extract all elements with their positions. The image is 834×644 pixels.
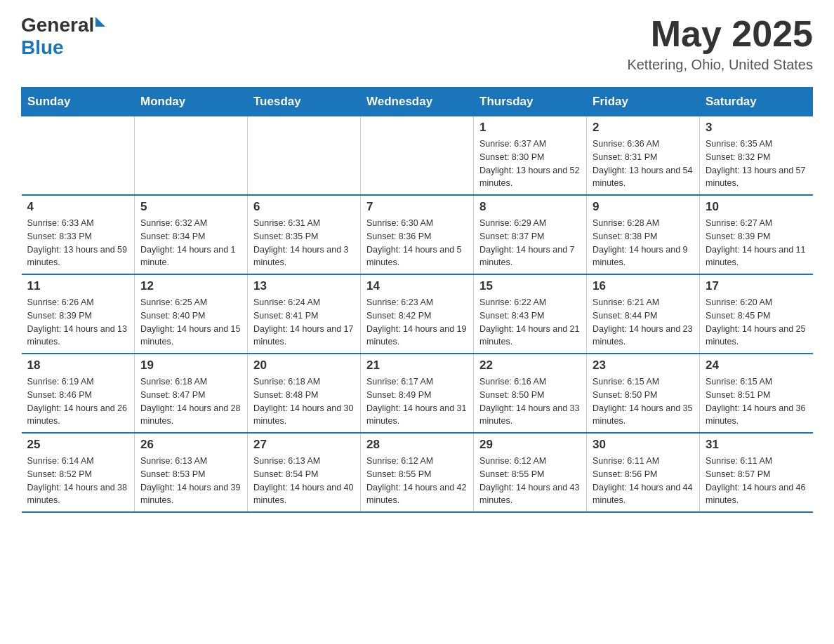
calendar-cell: 21Sunrise: 6:17 AM Sunset: 8:49 PM Dayli…	[361, 354, 474, 433]
day-number: 15	[479, 279, 581, 293]
calendar-cell	[248, 116, 361, 196]
day-info: Sunrise: 6:18 AM Sunset: 8:47 PM Dayligh…	[140, 375, 241, 428]
day-number: 29	[479, 438, 581, 452]
calendar-header-tuesday: Tuesday	[248, 88, 361, 116]
day-info: Sunrise: 6:16 AM Sunset: 8:50 PM Dayligh…	[479, 375, 581, 428]
day-info: Sunrise: 6:27 AM Sunset: 8:39 PM Dayligh…	[706, 217, 807, 269]
day-info: Sunrise: 6:24 AM Sunset: 8:41 PM Dayligh…	[253, 296, 355, 349]
calendar-cell: 23Sunrise: 6:15 AM Sunset: 8:50 PM Dayli…	[587, 354, 700, 433]
calendar-week-row: 11Sunrise: 6:26 AM Sunset: 8:39 PM Dayli…	[22, 274, 813, 354]
logo-blue-text: Blue	[21, 36, 105, 59]
day-info: Sunrise: 6:15 AM Sunset: 8:50 PM Dayligh…	[593, 375, 694, 428]
day-number: 6	[253, 200, 355, 214]
calendar-cell	[22, 116, 135, 196]
calendar-header-sunday: Sunday	[22, 88, 135, 116]
month-title: May 2025	[627, 14, 813, 54]
day-number: 30	[593, 438, 694, 452]
day-number: 31	[706, 438, 807, 452]
day-number: 10	[706, 200, 807, 214]
calendar-header-thursday: Thursday	[474, 88, 587, 116]
calendar-cell: 9Sunrise: 6:28 AM Sunset: 8:38 PM Daylig…	[587, 195, 700, 274]
calendar-cell: 19Sunrise: 6:18 AM Sunset: 8:47 PM Dayli…	[135, 354, 248, 433]
day-number: 3	[706, 121, 807, 135]
page-header: General Blue May 2025 Kettering, Ohio, U…	[21, 14, 813, 73]
calendar-week-row: 25Sunrise: 6:14 AM Sunset: 8:52 PM Dayli…	[22, 433, 813, 512]
day-number: 14	[366, 279, 468, 293]
day-info: Sunrise: 6:30 AM Sunset: 8:36 PM Dayligh…	[366, 217, 468, 269]
day-number: 27	[253, 438, 355, 452]
calendar-cell: 26Sunrise: 6:13 AM Sunset: 8:53 PM Dayli…	[135, 433, 248, 512]
day-number: 8	[479, 200, 581, 214]
day-info: Sunrise: 6:12 AM Sunset: 8:55 PM Dayligh…	[479, 455, 581, 507]
day-number: 24	[706, 358, 807, 373]
logo-arrow-icon	[95, 17, 105, 27]
calendar-table: SundayMondayTuesdayWednesdayThursdayFrid…	[21, 87, 813, 513]
day-info: Sunrise: 6:14 AM Sunset: 8:52 PM Dayligh…	[27, 455, 129, 507]
day-info: Sunrise: 6:25 AM Sunset: 8:40 PM Dayligh…	[140, 296, 241, 349]
calendar-cell: 1Sunrise: 6:37 AM Sunset: 8:30 PM Daylig…	[474, 116, 587, 196]
calendar-header-wednesday: Wednesday	[361, 88, 474, 116]
day-info: Sunrise: 6:22 AM Sunset: 8:43 PM Dayligh…	[479, 296, 581, 349]
calendar-cell	[361, 116, 474, 196]
calendar-cell: 2Sunrise: 6:36 AM Sunset: 8:31 PM Daylig…	[587, 116, 700, 196]
day-number: 23	[593, 358, 694, 373]
calendar-cell: 10Sunrise: 6:27 AM Sunset: 8:39 PM Dayli…	[700, 195, 813, 274]
day-number: 16	[593, 279, 694, 293]
logo-general-text: General	[21, 14, 94, 36]
day-info: Sunrise: 6:28 AM Sunset: 8:38 PM Dayligh…	[593, 217, 694, 269]
day-info: Sunrise: 6:36 AM Sunset: 8:31 PM Dayligh…	[593, 137, 694, 190]
calendar-week-row: 4Sunrise: 6:33 AM Sunset: 8:33 PM Daylig…	[22, 195, 813, 274]
day-number: 28	[366, 438, 468, 452]
calendar-cell: 18Sunrise: 6:19 AM Sunset: 8:46 PM Dayli…	[22, 354, 135, 433]
day-info: Sunrise: 6:11 AM Sunset: 8:56 PM Dayligh…	[593, 455, 694, 507]
day-info: Sunrise: 6:13 AM Sunset: 8:54 PM Dayligh…	[253, 455, 355, 507]
location-title: Kettering, Ohio, United States	[627, 57, 813, 73]
day-number: 25	[27, 438, 129, 452]
calendar-week-row: 1Sunrise: 6:37 AM Sunset: 8:30 PM Daylig…	[22, 116, 813, 196]
day-info: Sunrise: 6:35 AM Sunset: 8:32 PM Dayligh…	[706, 137, 807, 190]
calendar-header-row: SundayMondayTuesdayWednesdayThursdayFrid…	[22, 88, 813, 116]
calendar-cell: 11Sunrise: 6:26 AM Sunset: 8:39 PM Dayli…	[22, 274, 135, 354]
calendar-cell: 25Sunrise: 6:14 AM Sunset: 8:52 PM Dayli…	[22, 433, 135, 512]
day-number: 18	[27, 358, 129, 373]
day-info: Sunrise: 6:20 AM Sunset: 8:45 PM Dayligh…	[706, 296, 807, 349]
calendar-cell: 6Sunrise: 6:31 AM Sunset: 8:35 PM Daylig…	[248, 195, 361, 274]
day-info: Sunrise: 6:11 AM Sunset: 8:57 PM Dayligh…	[706, 455, 807, 507]
calendar-cell: 4Sunrise: 6:33 AM Sunset: 8:33 PM Daylig…	[22, 195, 135, 274]
day-number: 22	[479, 358, 581, 373]
calendar-cell: 30Sunrise: 6:11 AM Sunset: 8:56 PM Dayli…	[587, 433, 700, 512]
calendar-cell: 7Sunrise: 6:30 AM Sunset: 8:36 PM Daylig…	[361, 195, 474, 274]
day-number: 26	[140, 438, 241, 452]
day-number: 11	[27, 279, 129, 293]
day-number: 4	[27, 200, 129, 214]
day-info: Sunrise: 6:26 AM Sunset: 8:39 PM Dayligh…	[27, 296, 129, 349]
day-number: 17	[706, 279, 807, 293]
calendar-cell: 27Sunrise: 6:13 AM Sunset: 8:54 PM Dayli…	[248, 433, 361, 512]
day-info: Sunrise: 6:18 AM Sunset: 8:48 PM Dayligh…	[253, 375, 355, 428]
calendar-cell	[135, 116, 248, 196]
calendar-cell: 17Sunrise: 6:20 AM Sunset: 8:45 PM Dayli…	[700, 274, 813, 354]
calendar-cell: 20Sunrise: 6:18 AM Sunset: 8:48 PM Dayli…	[248, 354, 361, 433]
day-info: Sunrise: 6:32 AM Sunset: 8:34 PM Dayligh…	[140, 217, 241, 269]
calendar-header-monday: Monday	[135, 88, 248, 116]
calendar-cell: 29Sunrise: 6:12 AM Sunset: 8:55 PM Dayli…	[474, 433, 587, 512]
calendar-cell: 15Sunrise: 6:22 AM Sunset: 8:43 PM Dayli…	[474, 274, 587, 354]
calendar-cell: 24Sunrise: 6:15 AM Sunset: 8:51 PM Dayli…	[700, 354, 813, 433]
calendar-cell: 12Sunrise: 6:25 AM Sunset: 8:40 PM Dayli…	[135, 274, 248, 354]
day-info: Sunrise: 6:37 AM Sunset: 8:30 PM Dayligh…	[479, 137, 581, 190]
calendar-cell: 22Sunrise: 6:16 AM Sunset: 8:50 PM Dayli…	[474, 354, 587, 433]
calendar-week-row: 18Sunrise: 6:19 AM Sunset: 8:46 PM Dayli…	[22, 354, 813, 433]
calendar-cell: 14Sunrise: 6:23 AM Sunset: 8:42 PM Dayli…	[361, 274, 474, 354]
calendar-cell: 16Sunrise: 6:21 AM Sunset: 8:44 PM Dayli…	[587, 274, 700, 354]
day-info: Sunrise: 6:12 AM Sunset: 8:55 PM Dayligh…	[366, 455, 468, 507]
logo: General Blue	[21, 14, 105, 59]
day-number: 2	[593, 121, 694, 135]
day-number: 1	[479, 121, 581, 135]
day-number: 12	[140, 279, 241, 293]
day-number: 21	[366, 358, 468, 373]
calendar-cell: 13Sunrise: 6:24 AM Sunset: 8:41 PM Dayli…	[248, 274, 361, 354]
day-number: 5	[140, 200, 241, 214]
day-number: 13	[253, 279, 355, 293]
calendar-cell: 3Sunrise: 6:35 AM Sunset: 8:32 PM Daylig…	[700, 116, 813, 196]
day-info: Sunrise: 6:33 AM Sunset: 8:33 PM Dayligh…	[27, 217, 129, 269]
